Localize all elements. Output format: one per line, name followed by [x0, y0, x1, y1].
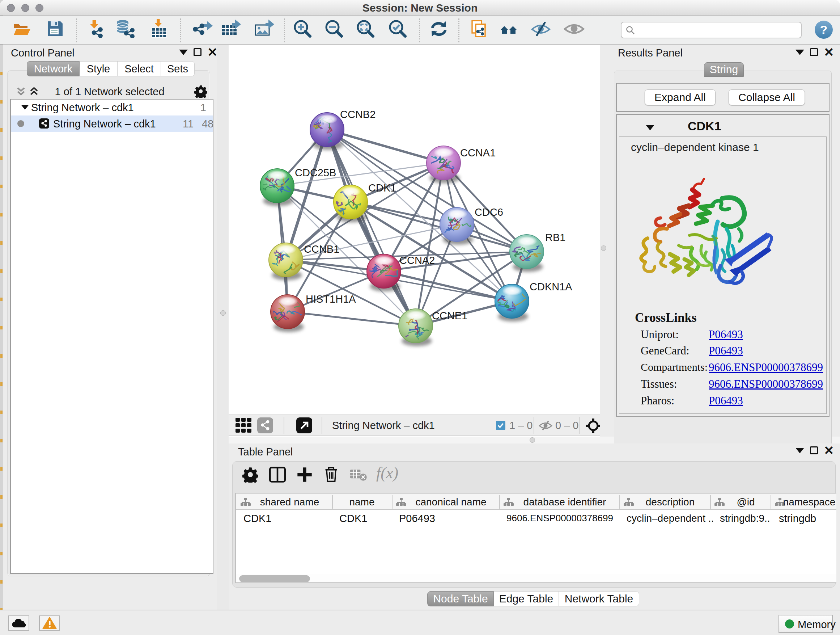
- svg-text:CDC6: CDC6: [475, 206, 503, 218]
- svg-text:CCNB2: CCNB2: [340, 109, 376, 120]
- svg-text:CCNA2: CCNA2: [399, 255, 435, 266]
- svg-text:CCNE1: CCNE1: [432, 310, 467, 321]
- svg-text:CDC25B: CDC25B: [295, 167, 336, 179]
- svg-text:CCNA1: CCNA1: [460, 147, 496, 158]
- svg-text:RB1: RB1: [545, 232, 565, 243]
- svg-text:CCNB1: CCNB1: [304, 243, 339, 255]
- svg-text:HIST1H1A: HIST1H1A: [306, 293, 356, 305]
- svg-text:CDKN1A: CDKN1A: [530, 281, 572, 293]
- svg-text:CDK1: CDK1: [368, 182, 396, 194]
